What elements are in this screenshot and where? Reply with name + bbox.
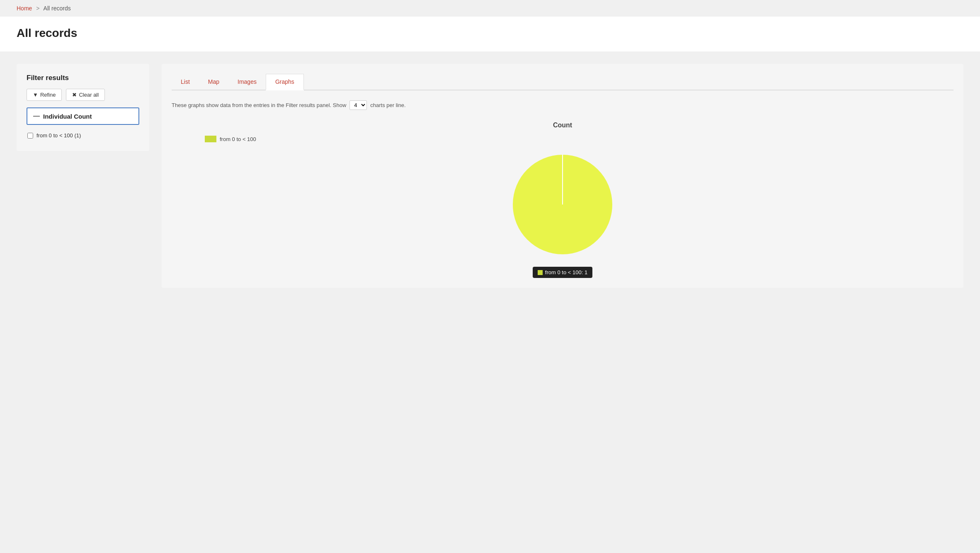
tab-graphs[interactable]: Graphs: [266, 74, 304, 90]
filter-option-row: from 0 to < 100 (1): [27, 130, 139, 141]
charts-per-line-row: These graphs show data from the entries …: [172, 100, 953, 110]
chart-section: Count from 0 to < 100 from 0 to < 100: 1: [172, 122, 953, 278]
refine-button[interactable]: ▼ Refine: [27, 89, 62, 101]
tab-images[interactable]: Images: [228, 74, 266, 90]
tab-list[interactable]: List: [172, 74, 199, 90]
breadcrumb-home-link[interactable]: Home: [17, 5, 32, 12]
tab-map[interactable]: Map: [199, 74, 228, 90]
chart-tooltip: from 0 to < 100: 1: [533, 267, 592, 278]
legend-label: from 0 to < 100: [220, 136, 256, 142]
collapse-icon: —: [33, 112, 40, 120]
refine-label: Refine: [40, 92, 56, 98]
tooltip-text: from 0 to < 100: 1: [545, 269, 587, 275]
tooltip-color-box: [538, 270, 543, 275]
clear-all-label: Clear all: [79, 92, 99, 98]
filter-option-checkbox[interactable]: [27, 133, 33, 139]
filter-panel-title: Filter results: [27, 74, 139, 82]
breadcrumb: Home > All records: [0, 0, 980, 17]
filter-section-individual-count: — Individual Count: [27, 107, 139, 125]
pie-chart: [509, 151, 616, 258]
pie-chart-svg: [509, 151, 616, 258]
clear-all-icon: ✖: [72, 92, 77, 98]
chart-legend: from 0 to < 100: [205, 136, 256, 142]
results-panel: List Map Images Graphs These graphs show…: [162, 64, 963, 288]
page-title-section: All records: [0, 17, 980, 51]
legend-color-box: [205, 136, 216, 142]
main-content: Filter results ▼ Refine ✖ Clear all — In…: [0, 51, 980, 300]
refine-icon: ▼: [33, 92, 38, 98]
filter-panel: Filter results ▼ Refine ✖ Clear all — In…: [17, 64, 149, 151]
clear-all-button[interactable]: ✖ Clear all: [66, 89, 105, 101]
charts-per-line-select[interactable]: 4 2 1: [349, 100, 367, 110]
charts-per-line-prefix: These graphs show data from the entries …: [172, 102, 346, 108]
chart-title: Count: [553, 122, 572, 129]
filter-option-label: from 0 to < 100 (1): [36, 132, 81, 139]
filter-section-label: Individual Count: [43, 113, 92, 120]
page-title: All records: [17, 27, 963, 40]
breadcrumb-separator: >: [36, 5, 39, 12]
results-tabs: List Map Images Graphs: [172, 74, 953, 90]
breadcrumb-current: All records: [44, 5, 71, 12]
filter-buttons: ▼ Refine ✖ Clear all: [27, 89, 139, 101]
charts-per-line-suffix: charts per line.: [370, 102, 405, 108]
